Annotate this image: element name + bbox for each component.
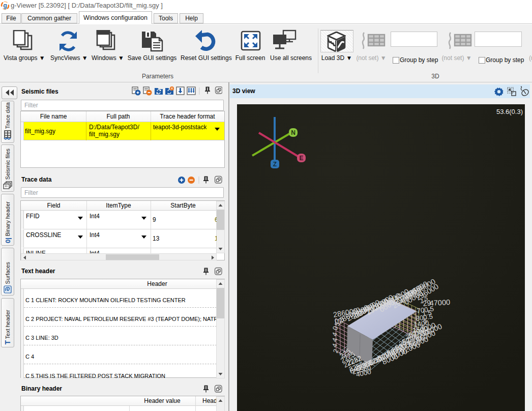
- svg-text:5: 5: [424, 295, 428, 302]
- svg-text:E: E: [299, 155, 303, 162]
- svg-text:Z: Z: [273, 161, 277, 168]
- svg-text:1: 1: [420, 297, 424, 305]
- svg-text:N: N: [291, 129, 295, 136]
- svg-text:g: g: [3, 2, 7, 9]
- svg-text:53.6(0.3): 53.6(0.3): [496, 108, 523, 115]
